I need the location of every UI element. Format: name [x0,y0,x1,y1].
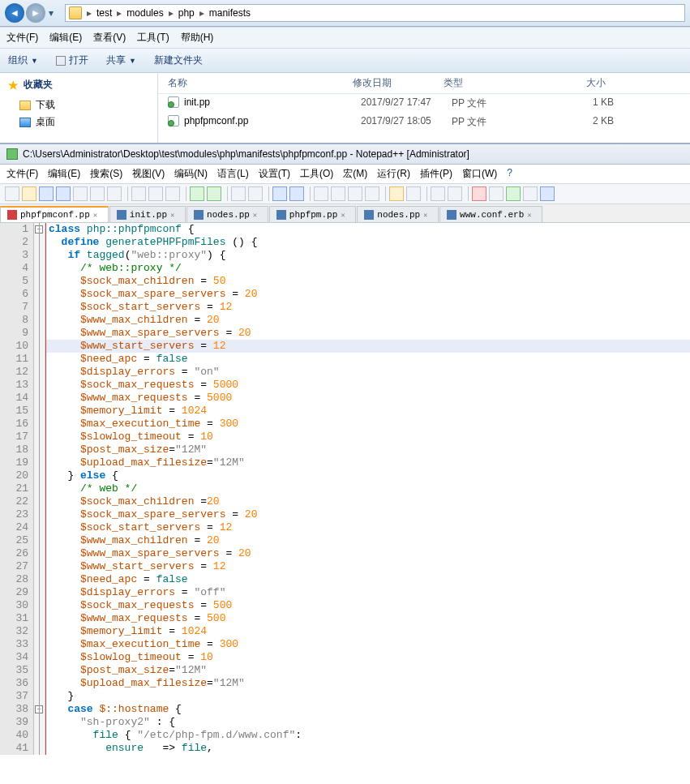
npp-menu-help[interactable]: ? [507,167,512,181]
sidebar-desktop[interactable]: 桌面 [8,114,149,131]
menu-view[interactable]: 查看(V) [93,31,126,45]
tab-close-icon[interactable]: ✕ [253,211,261,219]
sidebar-label: 下载 [36,98,55,112]
npp-menu-encoding[interactable]: 编码(N) [174,167,208,181]
tab-close-icon[interactable]: ✕ [423,211,431,219]
editor-tab[interactable]: init.pp✕ [109,206,186,222]
menu-help[interactable]: 帮助(H) [181,31,214,45]
editor-tab[interactable]: nodes.pp✕ [357,206,439,222]
editor-tab[interactable]: phpfpmconf.pp✕ [0,206,109,222]
npp-menu-language[interactable]: 语言(L) [217,167,249,181]
tb-closeall-icon[interactable] [90,186,105,201]
tb-new-icon[interactable] [5,186,19,201]
breadcrumb-sep: ▸ [85,7,93,19]
tb-replace-icon[interactable] [248,186,263,201]
npp-menu-search[interactable]: 搜索(S) [90,167,122,181]
menu-tools[interactable]: 工具(T) [137,31,169,45]
breadcrumb-part[interactable]: modules [123,7,166,19]
npp-menu-tools[interactable]: 工具(O) [300,167,333,181]
file-icon [168,96,179,108]
tab-label: nodes.pp [207,210,250,220]
npp-menu-plugins[interactable]: 插件(P) [420,167,452,181]
tb-play-icon[interactable] [506,186,521,201]
npp-menu-view[interactable]: 视图(V) [132,167,165,181]
editor-tab[interactable]: nodes.pp✕ [186,206,268,222]
organize-button[interactable]: 组织▼ [8,54,38,67]
tab-icon [276,210,286,220]
menu-edit[interactable]: 编辑(E) [49,31,82,45]
col-size[interactable]: 大小 [557,76,606,90]
nav-back-button[interactable]: ◄ [5,3,24,23]
tb-close-icon[interactable] [73,186,88,201]
tb-funclist-icon[interactable] [389,186,404,201]
file-date: 2017/9/27 18:05 [361,115,452,129]
nav-history-dropdown[interactable]: ▾ [49,7,58,19]
tb-savemacro-icon[interactable] [540,186,555,201]
tb-redo-icon[interactable] [207,186,221,201]
tb-cut-icon[interactable] [131,186,146,201]
file-icon [168,115,179,126]
fold-column[interactable]: −− [34,223,45,755]
file-type: PP 文件 [452,96,565,110]
editor-tab[interactable]: www.conf.erb✕ [439,206,542,222]
tab-close-icon[interactable]: ✕ [170,211,178,219]
tb-sync-icon[interactable] [314,186,328,201]
new-folder-button[interactable]: 新建文件夹 [154,54,203,67]
desktop-icon [19,118,31,127]
tab-icon [7,210,17,220]
tab-label: nodes.pp [377,210,420,220]
tb-indent-icon[interactable] [365,186,379,201]
tb-monitor-icon[interactable] [448,186,462,201]
tb-wrap-icon[interactable] [331,186,345,201]
tb-paste-icon[interactable] [165,186,180,201]
tb-docmap-icon[interactable] [406,186,421,201]
nav-forward-button[interactable]: ► [26,3,45,23]
tb-copy-icon[interactable] [148,186,163,201]
col-type[interactable]: 类型 [444,76,557,90]
npp-menu-run[interactable]: 运行(R) [377,167,410,181]
code-editor[interactable]: class php::phpfpmconf { define generateP… [45,223,690,755]
npp-menu-window[interactable]: 窗口(W) [462,167,497,181]
tb-folder-icon[interactable] [431,186,445,201]
tb-playmulti-icon[interactable] [523,186,538,201]
tab-close-icon[interactable]: ✕ [93,211,101,219]
favorites-label: 收藏夹 [24,78,53,92]
tab-close-icon[interactable]: ✕ [341,211,349,219]
file-row[interactable]: init.pp 2017/9/27 17:47 PP 文件 1 KB [158,94,690,113]
tb-zoomout-icon[interactable] [289,186,304,201]
sidebar-downloads[interactable]: 下载 [8,96,149,114]
tb-allchars-icon[interactable] [348,186,362,201]
npp-menu-file[interactable]: 文件(F) [6,167,38,181]
editor-tab[interactable]: phpfpm.pp✕ [269,206,356,222]
tb-open-icon[interactable] [22,186,36,201]
open-button[interactable]: 打开 [56,54,88,67]
col-date[interactable]: 修改日期 [353,76,444,90]
sidebar-label: 桌面 [36,115,55,129]
npp-tabbar: phpfpmconf.pp✕init.pp✕nodes.pp✕phpfpm.pp… [0,204,690,223]
npp-menubar: 文件(F) 编辑(E) 搜索(S) 视图(V) 编码(N) 语言(L) 设置(T… [0,165,690,184]
tb-stop-icon[interactable] [489,186,504,201]
npp-icon [6,148,18,160]
npp-menu-edit[interactable]: 编辑(E) [48,167,80,181]
tb-save-icon[interactable] [39,186,54,201]
npp-menu-settings[interactable]: 设置(T) [259,167,290,181]
file-row[interactable]: phpfpmconf.pp 2017/9/27 18:05 PP 文件 2 KB [158,113,690,131]
tb-saveall-icon[interactable] [56,186,71,201]
star-icon: ★ [8,79,19,92]
breadcrumb-part[interactable]: php [175,7,198,19]
tab-close-icon[interactable]: ✕ [527,211,535,219]
tb-zoomin-icon[interactable] [272,186,287,201]
downloads-icon [19,101,31,110]
tb-print-icon[interactable] [107,186,122,201]
col-name[interactable]: 名称 [158,76,353,90]
tb-undo-icon[interactable] [190,186,204,201]
share-button[interactable]: 共享▼ [106,54,136,67]
breadcrumb-part[interactable]: manifests [206,7,254,19]
tb-find-icon[interactable] [231,186,246,201]
address-bar[interactable]: ▸ test ▸ modules ▸ php ▸ manifests [65,4,685,22]
tb-record-icon[interactable] [472,186,486,201]
menu-file[interactable]: 文件(F) [6,31,38,45]
favorites-section[interactable]: ★ 收藏夹 [8,78,149,92]
npp-menu-macro[interactable]: 宏(M) [343,167,367,181]
breadcrumb-part[interactable]: test [93,7,115,19]
